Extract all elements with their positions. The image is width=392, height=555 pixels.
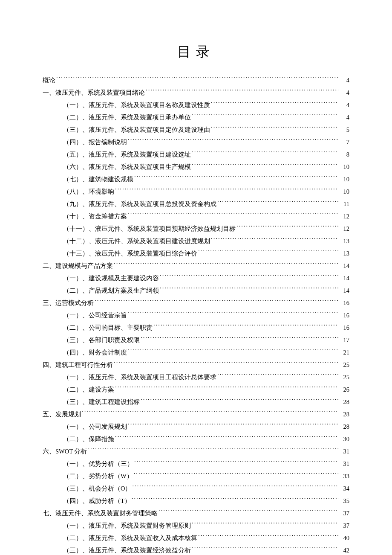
toc-entry-page: 28 [339, 421, 349, 433]
toc-entry: （一）、液压元件、系统及装置项目名称及建设性质4 [43, 99, 349, 111]
toc-entry-label: （一）、建设规模及主要建设内容 [63, 272, 159, 285]
toc-entry-label: （三）、机会分析（O） [63, 482, 131, 495]
toc-leader-dots [128, 349, 338, 355]
toc-entry-page: 28 [339, 396, 349, 408]
toc-entry: （九）、液压元件、系统及装置项目总投资及资金构成11 [43, 198, 349, 210]
toc-entry-label: （十）、资金筹措方案 [63, 210, 127, 223]
toc-entry: （一）、液压元件、系统及装置项目工程设计总体要求25 [43, 371, 349, 384]
toc-entry-label: （一）、液压元件、系统及装置项目工程设计总体要求 [63, 371, 216, 384]
toc-entry: 三、运营模式分析16 [43, 297, 349, 309]
toc-entry-label: （二）、液压元件、系统及装置项目承办单位 [63, 111, 191, 124]
toc-entry-page: 42 [339, 544, 349, 555]
toc-leader-dots [128, 423, 338, 429]
toc-entry-label: （一）、优势分析（三） [63, 458, 133, 470]
toc-leader-dots [141, 398, 338, 404]
toc-leader-dots [114, 361, 338, 367]
toc-entry: （二）、产品规划方案及生产纲领14 [43, 285, 349, 297]
toc-leader-dots [198, 534, 338, 540]
toc-entry: 五、发展规划28 [43, 408, 349, 421]
toc-entry: （二）、公司的目标、主要职责16 [43, 322, 349, 334]
toc-leader-dots [128, 138, 338, 145]
toc-entry-page: 28 [339, 408, 349, 421]
toc-leader-dots [192, 522, 338, 528]
toc-entry-page: 5 [339, 124, 349, 136]
toc-entry-label: （二）、劣势分析（W） [63, 470, 133, 482]
toc-entry: 六、SWOT 分析31 [43, 445, 349, 458]
toc-entry-page: 37 [339, 520, 349, 532]
toc-entry-label: （四）、威胁分析（T） [63, 495, 131, 507]
toc-entry-label: （三）、液压元件、系统及装置项目定位及建设理由 [63, 124, 210, 136]
toc-entry-label: （一）、公司经营宗旨 [63, 309, 127, 322]
toc-entry-page: 34 [339, 482, 349, 495]
toc-entry: （三）、建筑工程建设指标28 [43, 396, 349, 408]
toc-entry-label: （二）、产品规划方案及生产纲领 [63, 285, 159, 297]
toc-list: 概论4一、液压元件、系统及装置项目绪论4（一）、液压元件、系统及装置项目名称及建… [43, 74, 349, 555]
toc-entry: （二）、建设方案26 [43, 384, 349, 396]
toc-entry-page: 17 [339, 334, 349, 346]
toc-entry-page: 25 [339, 359, 349, 371]
toc-entry: 一、液压元件、系统及装置项目绪论4 [43, 87, 349, 99]
toc-entry-page: 13 [339, 235, 349, 247]
toc-entry-label: （十三）、液压元件、系统及装置项目综合评价 [63, 247, 197, 260]
toc-entry: （一）、建设规模及主要建设内容14 [43, 272, 349, 285]
toc-entry-label: （四）、报告编制说明 [63, 136, 127, 148]
toc-leader-dots [159, 509, 338, 516]
toc-entry-page: 26 [339, 384, 349, 396]
toc-entry-page: 4 [339, 111, 349, 124]
toc-leader-dots [132, 485, 338, 491]
toc-leader-dots [211, 237, 338, 244]
toc-entry-label: （二）、液压元件、系统及装置收入及成本核算 [63, 532, 197, 544]
toc-leader-dots [115, 435, 338, 442]
toc-leader-dots [160, 274, 338, 281]
toc-entry-label: （一）、液压元件、系统及装置项目名称及建设性质 [63, 99, 210, 111]
toc-entry-page: 30 [339, 433, 349, 445]
toc-entry: 概论4 [43, 74, 349, 87]
toc-entry-label: （五）、液压元件、系统及装置项目建设选址 [63, 148, 191, 161]
toc-leader-dots [141, 336, 338, 343]
toc-entry: （三）、液压元件、系统及装置经济效益分析42 [43, 544, 349, 555]
toc-entry: （十一）、液压元件、系统及装置项目预期经济效益规划目标12 [43, 223, 349, 235]
toc-entry-label: （一）、公司发展规划 [63, 421, 127, 433]
toc-entry-page: 12 [339, 223, 349, 235]
toc-entry-label: （二）、公司的目标、主要职责 [63, 322, 153, 334]
toc-entry-label: 一、液压元件、系统及装置项目绪论 [43, 87, 145, 99]
toc-entry: （三）、各部门职责及权限17 [43, 334, 349, 346]
toc-entry-label: 七、液压元件、系统及装置财务管理策略 [43, 507, 158, 520]
toc-entry: （五）、液压元件、系统及装置项目建设选址8 [43, 148, 349, 161]
toc-entry-page: 4 [339, 74, 349, 87]
toc-entry: （一）、优势分析（三）31 [43, 458, 349, 470]
toc-leader-dots [146, 89, 338, 95]
toc-entry-page: 14 [339, 260, 349, 272]
toc-entry-page: 35 [339, 495, 349, 507]
toc-entry: （二）、液压元件、系统及装置项目承办单位4 [43, 111, 349, 124]
toc-leader-dots [192, 113, 338, 120]
toc-entry: 四、建筑工程可行性分析25 [43, 359, 349, 371]
toc-entry-label: 二、建设规模与产品方案 [43, 260, 113, 272]
toc-leader-dots [132, 497, 338, 503]
toc-entry: （四）、财务会计制度21 [43, 346, 349, 359]
toc-entry: （四）、威胁分析（T）35 [43, 495, 349, 507]
toc-entry-label: （十二）、液压元件、系统及装置项目建设进度规划 [63, 235, 210, 247]
toc-entry: （八）、环境影响10 [43, 186, 349, 198]
toc-leader-dots [211, 126, 338, 132]
toc-entry-page: 8 [339, 148, 349, 161]
toc-leader-dots [82, 410, 338, 417]
toc-entry-page: 11 [339, 198, 349, 210]
toc-entry-page: 31 [339, 458, 349, 470]
toc-entry-page: 4 [339, 87, 349, 99]
toc-entry: （一）、公司发展规划28 [43, 421, 349, 433]
toc-entry-page: 33 [339, 470, 349, 482]
toc-entry-label: （三）、各部门职责及权限 [63, 334, 140, 346]
toc-entry-label: （十一）、液压元件、系统及装置项目预期经济效益规划目标 [63, 223, 236, 235]
toc-entry: 七、液压元件、系统及装置财务管理策略37 [43, 507, 349, 520]
toc-entry-page: 12 [339, 210, 349, 223]
toc-leader-dots [192, 163, 338, 169]
toc-entry-label: 四、建筑工程可行性分析 [43, 359, 113, 371]
toc-entry-label: （八）、环境影响 [63, 186, 114, 198]
toc-leader-dots [160, 287, 338, 293]
toc-entry: （十二）、液压元件、系统及装置项目建设进度规划13 [43, 235, 349, 247]
toc-entry: （四）、报告编制说明7 [43, 136, 349, 148]
toc-entry-page: 40 [339, 532, 349, 544]
toc-entry-page: 14 [339, 272, 349, 285]
page: 目录 概论4一、液压元件、系统及装置项目绪论4（一）、液压元件、系统及装置项目名… [0, 0, 392, 555]
